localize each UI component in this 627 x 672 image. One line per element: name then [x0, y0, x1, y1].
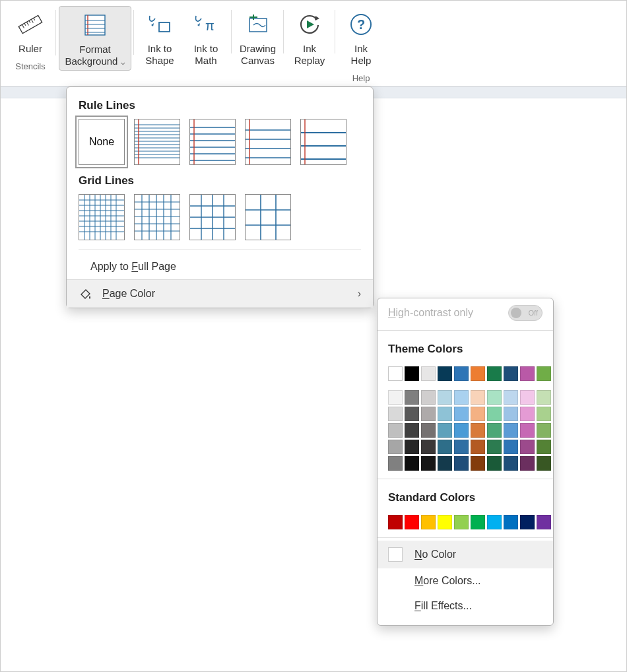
grid-lines-row — [79, 194, 361, 240]
chevron-right-icon: › — [358, 288, 361, 300]
ink-replay-button[interactable]: InkReplay — [286, 6, 333, 69]
color-swatch[interactable] — [454, 440, 469, 454]
ink-to-math-button[interactable]: π Ink toMath — [183, 6, 229, 69]
color-swatch[interactable] — [421, 515, 436, 529]
paint-bucket-icon — [79, 286, 93, 301]
color-swatch[interactable] — [438, 407, 452, 421]
ribbon-group-canvas: DrawingCanvas — [232, 6, 284, 69]
color-swatch[interactable] — [504, 456, 518, 471]
color-swatch[interactable] — [504, 390, 518, 405]
color-swatch[interactable] — [471, 423, 485, 438]
rule-standard[interactable] — [245, 119, 291, 165]
color-swatch[interactable] — [487, 390, 502, 405]
color-swatch[interactable] — [421, 440, 436, 454]
color-swatch[interactable] — [487, 423, 502, 438]
color-swatch[interactable] — [421, 390, 436, 405]
svg-text:?: ? — [357, 17, 365, 32]
ink-replay-label: InkReplay — [294, 43, 325, 67]
color-swatch[interactable] — [421, 366, 436, 381]
color-swatch[interactable] — [520, 366, 535, 381]
color-swatch[interactable] — [487, 407, 502, 421]
no-color-item[interactable]: No Color — [378, 541, 553, 568]
color-swatch[interactable] — [388, 423, 403, 438]
color-swatch[interactable] — [388, 440, 403, 454]
color-swatch[interactable] — [471, 456, 485, 471]
color-swatch[interactable] — [438, 423, 452, 438]
color-swatch[interactable] — [388, 515, 403, 529]
more-colors-item[interactable]: More Colors... — [378, 568, 553, 593]
color-swatch[interactable] — [520, 390, 535, 405]
color-swatch[interactable] — [438, 390, 452, 405]
color-swatch[interactable] — [487, 515, 502, 529]
color-swatch[interactable] — [454, 390, 469, 405]
fill-effects-item[interactable]: Fill Effects... — [378, 593, 553, 619]
color-swatch[interactable] — [454, 366, 469, 381]
color-swatch[interactable] — [421, 407, 436, 421]
color-swatch[interactable] — [537, 407, 551, 421]
color-swatch[interactable] — [405, 407, 419, 421]
color-swatch[interactable] — [471, 407, 485, 421]
color-swatch[interactable] — [388, 390, 403, 405]
color-swatch[interactable] — [421, 456, 436, 471]
color-swatch[interactable] — [405, 456, 419, 471]
grid-medium[interactable] — [134, 194, 180, 240]
color-swatch[interactable] — [504, 423, 518, 438]
color-swatch[interactable] — [471, 515, 485, 529]
ink-help-button[interactable]: ? InkHelp — [338, 6, 384, 69]
color-swatch[interactable] — [388, 456, 403, 471]
color-swatch[interactable] — [504, 515, 518, 529]
color-swatch[interactable] — [388, 407, 403, 421]
high-contrast-toggle[interactable]: Off — [508, 305, 543, 321]
drawing-canvas-button[interactable]: DrawingCanvas — [234, 6, 281, 69]
color-swatch[interactable] — [421, 423, 436, 438]
page-color-item[interactable]: Page Color › — [67, 280, 373, 308]
color-swatch[interactable] — [537, 390, 551, 405]
ink-to-math-label: Ink toMath — [194, 43, 218, 67]
color-swatch[interactable] — [537, 366, 551, 381]
ink-to-shape-button[interactable]: Ink toShape — [137, 6, 183, 69]
color-swatch[interactable] — [537, 440, 551, 454]
rule-narrow[interactable] — [134, 119, 180, 165]
color-swatch[interactable] — [405, 515, 419, 529]
color-swatch[interactable] — [438, 515, 452, 529]
color-swatch[interactable] — [520, 407, 535, 421]
apply-full-page[interactable]: Apply to Full Page — [67, 254, 373, 279]
color-swatch[interactable] — [504, 407, 518, 421]
color-swatch[interactable] — [405, 423, 419, 438]
color-swatch[interactable] — [537, 456, 551, 471]
color-swatch[interactable] — [520, 456, 535, 471]
color-swatch[interactable] — [438, 440, 452, 454]
color-swatch[interactable] — [487, 456, 502, 471]
color-swatch[interactable] — [454, 515, 469, 529]
color-swatch[interactable] — [454, 456, 469, 471]
color-swatch[interactable] — [438, 366, 452, 381]
color-swatch[interactable] — [537, 423, 551, 438]
ruler-button[interactable]: Ruler — [7, 6, 53, 57]
grid-large[interactable] — [189, 194, 236, 240]
color-swatch[interactable] — [520, 423, 535, 438]
grid-xlarge[interactable] — [245, 194, 291, 240]
color-swatch[interactable] — [520, 440, 535, 454]
format-background-button[interactable]: Format Background ⌵ — [59, 6, 131, 71]
color-swatch[interactable] — [537, 515, 551, 529]
color-swatch[interactable] — [471, 366, 485, 381]
rule-college[interactable] — [189, 119, 236, 165]
color-swatch[interactable] — [487, 366, 502, 381]
color-swatch[interactable] — [454, 423, 469, 438]
color-swatch[interactable] — [438, 456, 452, 471]
color-swatch[interactable] — [405, 390, 419, 405]
color-swatch[interactable] — [520, 515, 535, 529]
color-swatch[interactable] — [504, 440, 518, 454]
color-swatch[interactable] — [487, 440, 502, 454]
svg-rect-47 — [301, 119, 346, 164]
color-swatch[interactable] — [454, 407, 469, 421]
color-swatch[interactable] — [504, 366, 518, 381]
grid-small[interactable] — [79, 194, 125, 240]
color-swatch[interactable] — [471, 440, 485, 454]
rule-wide[interactable] — [300, 119, 346, 165]
rule-none[interactable]: None — [79, 119, 125, 165]
color-swatch[interactable] — [405, 440, 419, 454]
color-swatch[interactable] — [471, 390, 485, 405]
color-swatch[interactable] — [405, 366, 419, 381]
color-swatch[interactable] — [388, 366, 403, 381]
